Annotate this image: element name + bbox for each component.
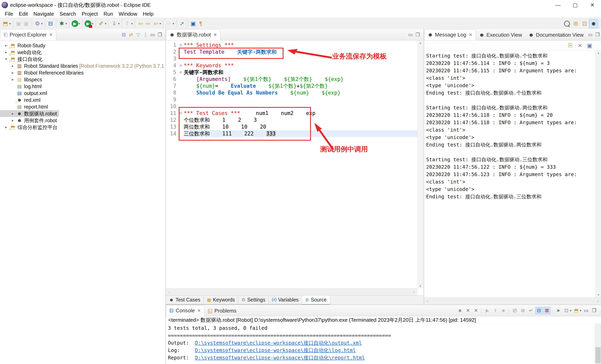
clear-console-button[interactable]: ⎚ [511,307,519,314]
robot-perspective-button[interactable]: ☻ [589,19,598,28]
maximize-button[interactable]: ❒ [594,31,601,38]
expander-icon[interactable]: ▸ [10,118,16,123]
expander-icon[interactable]: ▸ [10,77,16,82]
dropdown-arrow-icon[interactable]: ▾ [79,22,80,25]
new-wizard-button[interactable]: ⬒ [2,20,9,27]
expander-icon[interactable]: ▸ [10,71,16,75]
menu-item-help[interactable]: Help [140,11,156,17]
scroll-up-icon[interactable]: ▲ [597,51,600,54]
skip-breakpoints-button[interactable]: ⇓ [110,20,118,27]
editor-horizontal-scrollbar[interactable]: ‹ › [166,288,417,295]
menu-item-edit[interactable]: Edit [16,11,31,17]
run-button[interactable]: ▶ [71,20,79,27]
tab-source[interactable]: ≣Source [302,295,330,304]
minimize-button[interactable]: ▭ [582,307,590,314]
code-line-6[interactable]: 6 [Arguments] ${第1个数} ${第2个数} ${exp} [166,76,417,82]
dropdown-arrow-icon[interactable]: ▾ [105,22,107,25]
tree-item-libspecs[interactable]: ▸▨libspecs [0,76,165,83]
search-button[interactable] [564,20,571,27]
expander-icon[interactable]: ▸ [10,111,16,116]
code-line-8[interactable]: 8 Should Be Equal As Numbers ${num} ${ex… [166,89,417,96]
maximize-button[interactable]: ❒ [591,307,598,314]
dropdown-arrow-icon[interactable]: ▾ [131,22,133,25]
menu-item-window[interactable]: Window [116,11,140,17]
tab-keywords[interactable]: ▦Keywords [204,295,238,304]
fold-marker-icon[interactable]: ⊖ [178,42,184,49]
filter-button[interactable]: ▽ [135,31,142,38]
code-line-7[interactable]: 7 ${num}= Evaluate ${第1个数}+${第2个数} [166,82,417,89]
maximize-button[interactable]: ❒ [156,31,163,38]
clear-log-button[interactable]: ✕ [576,42,584,49]
tree-item-log.html[interactable]: ▤log.html [0,83,165,90]
suspend-button[interactable]: ‖ [492,307,499,314]
tab-problems[interactable]: ◱Problems [204,305,240,316]
scroll-lock-button[interactable]: ⊘ [519,307,526,314]
open-console-button[interactable]: ⊟ [47,20,54,27]
remove-launch-button[interactable]: ✕ [464,307,471,314]
tab-execution-view[interactable]: ☻Execution View [476,30,525,40]
dropdown-arrow-icon[interactable]: ▾ [41,22,43,25]
show-whitespace-button[interactable]: ¶ [197,20,205,27]
tab-message-log[interactable]: ☻Message Log✕ [424,29,476,40]
dropdown-arrow-icon[interactable]: ▾ [570,309,571,312]
code-line-1[interactable]: 1⊖*** Settings *** [166,42,417,49]
scroll-right-icon[interactable]: › [597,299,599,303]
tree-item-用例套件.robot[interactable]: ▸☻用例套件.robot [0,117,165,124]
scrollbar-thumb[interactable] [595,347,601,363]
save-button[interactable]: ▣ [15,20,22,27]
tab-documentation-view[interactable]: ☻Documentation View [525,30,587,40]
forward-nav-button[interactable]: ⇨ [165,20,173,27]
menu-item-file[interactable]: File [2,11,16,17]
show-on-stderr-button[interactable]: ⊠ [543,307,551,314]
dropdown-arrow-icon[interactable]: ▾ [160,22,161,25]
save-log-button[interactable]: ▣ [586,42,593,49]
minimize-button[interactable]: ▭ [149,31,156,38]
editor-vertical-scrollbar[interactable]: ▲ ▼ [417,40,423,288]
tree-item-数据驱动.robot[interactable]: ▸☻数据驱动.robot [0,110,59,117]
back-history-button[interactable]: ⇦ [137,20,144,27]
debug-button[interactable]: ✱ [58,20,66,27]
fold-marker-icon[interactable]: ⊖ [178,69,184,76]
tab-variables[interactable]: ⒳Variables [269,295,302,304]
scroll-right-icon[interactable]: › [413,290,414,294]
console-file-link[interactable]: D:\systemsoftware\eclipse-workspace\接口自动… [195,347,356,353]
close-icon[interactable]: ✕ [469,32,472,38]
close-icon[interactable]: ✕ [197,308,201,313]
scroll-left-icon[interactable]: ‹ [169,290,170,294]
scroll-down-icon[interactable]: ▼ [419,284,422,288]
tab-project-explorer[interactable]: ⎗ Project Explorer ✕ [0,29,56,40]
link-with-editor-button[interactable]: ⇄ [127,31,135,38]
maximize-window-button[interactable]: ▢ [567,0,584,10]
mark-occurrences-button[interactable]: ▣ [189,20,197,27]
dropdown-arrow-icon[interactable]: ▾ [66,22,67,25]
tree-item-red.xml[interactable]: ☻⚠red.xml [0,97,165,103]
code-line-5[interactable]: 5⊖关键字-两数求和 [166,69,417,76]
fold-marker-icon[interactable]: ⊖ [178,62,184,69]
dropdown-arrow-icon[interactable]: ▾ [9,22,11,25]
console-vertical-scrollbar[interactable] [595,324,601,364]
scroll-left-icon[interactable]: ‹ [427,299,428,303]
coverage-run-button[interactable]: ▶ [84,20,92,27]
export-log-button[interactable]: ⎘ [567,42,574,49]
show-on-stdout-button[interactable]: ⊟ [535,307,542,314]
code-line-9[interactable]: 9 [166,96,417,103]
tree-item-report.html[interactable]: ▤report.html [0,103,165,110]
tree-item-接口自动化[interactable]: ▾⬒⚠接口自动化 [0,56,165,62]
menu-item-project[interactable]: Project [79,11,101,17]
scroll-down-icon[interactable]: ▼ [597,293,600,296]
scroll-up-icon[interactable]: ▲ [419,41,422,44]
source-editor[interactable]: 1⊖*** Settings ***2Test Template 关键字-两数求… [166,40,423,288]
external-tools-button[interactable]: ✐ [97,20,105,27]
maximize-button[interactable]: ❒ [414,31,421,38]
java-perspective-button[interactable]: ⊡ [580,19,589,28]
message-log-horizontal-scrollbar[interactable]: ‹ › [424,297,601,304]
robot-launch-config-button[interactable]: ⚙ [34,20,41,27]
dropdown-arrow-icon[interactable]: ▾ [118,22,120,25]
minimize-window-button[interactable]: — [549,0,567,10]
save-all-button[interactable]: ▣ [22,20,30,27]
close-icon[interactable]: ✕ [213,32,217,38]
build-all-button[interactable]: ⇑ [124,20,131,27]
minimize-button[interactable]: ▭ [407,31,414,38]
menu-item-run[interactable]: Run [101,11,116,17]
tree-item-综合分析监控平台[interactable]: ▸⬒⚠综合分析监控平台 [0,124,165,131]
